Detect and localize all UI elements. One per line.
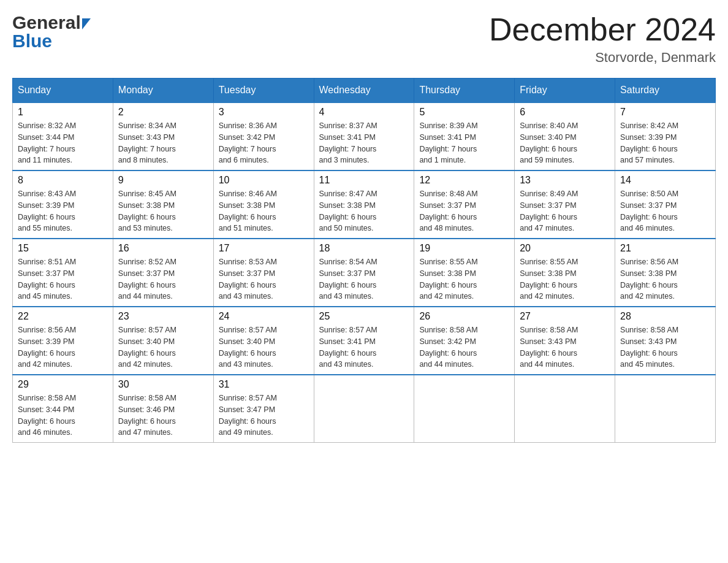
day-info: Sunrise: 8:49 AMSunset: 3:37 PMDaylight:… <box>520 188 610 234</box>
week-row-5: 29 Sunrise: 8:58 AMSunset: 3:44 PMDaylig… <box>13 375 716 443</box>
day-info: Sunrise: 8:36 AMSunset: 3:42 PMDaylight:… <box>219 120 309 166</box>
table-row: 12 Sunrise: 8:48 AMSunset: 3:37 PMDaylig… <box>414 170 515 239</box>
day-number: 31 <box>219 379 309 390</box>
day-info: Sunrise: 8:37 AMSunset: 3:41 PMDaylight:… <box>319 120 409 166</box>
table-row <box>615 375 716 443</box>
calendar-table: Sunday Monday Tuesday Wednesday Thursday… <box>12 78 716 443</box>
day-info: Sunrise: 8:55 AMSunset: 3:38 PMDaylight:… <box>419 256 509 302</box>
day-number: 16 <box>118 243 208 254</box>
table-row: 29 Sunrise: 8:58 AMSunset: 3:44 PMDaylig… <box>13 375 113 443</box>
day-info: Sunrise: 8:43 AMSunset: 3:39 PMDaylight:… <box>18 188 108 234</box>
week-row-2: 8 Sunrise: 8:43 AMSunset: 3:39 PMDayligh… <box>13 170 716 239</box>
day-info: Sunrise: 8:58 AMSunset: 3:43 PMDaylight:… <box>520 324 610 370</box>
table-row: 19 Sunrise: 8:55 AMSunset: 3:38 PMDaylig… <box>414 239 515 307</box>
day-info: Sunrise: 8:34 AMSunset: 3:43 PMDaylight:… <box>118 120 208 166</box>
day-info: Sunrise: 8:39 AMSunset: 3:41 PMDaylight:… <box>419 120 509 166</box>
day-number: 19 <box>419 243 509 254</box>
day-number: 5 <box>419 107 509 118</box>
table-row <box>314 375 414 443</box>
logo-blue-text: Blue <box>12 31 52 52</box>
day-info: Sunrise: 8:47 AMSunset: 3:38 PMDaylight:… <box>319 188 409 234</box>
table-row: 21 Sunrise: 8:56 AMSunset: 3:38 PMDaylig… <box>615 239 716 307</box>
day-info: Sunrise: 8:51 AMSunset: 3:37 PMDaylight:… <box>18 256 108 302</box>
day-number: 29 <box>18 379 108 390</box>
day-number: 21 <box>620 243 710 254</box>
table-row: 20 Sunrise: 8:55 AMSunset: 3:38 PMDaylig… <box>515 239 615 307</box>
day-info: Sunrise: 8:58 AMSunset: 3:44 PMDaylight:… <box>18 393 108 439</box>
day-number: 26 <box>419 311 509 322</box>
day-info: Sunrise: 8:58 AMSunset: 3:46 PMDaylight:… <box>118 393 208 439</box>
title-area: December 2024 Storvorde, Denmark <box>489 12 716 66</box>
table-row: 6 Sunrise: 8:40 AMSunset: 3:40 PMDayligh… <box>515 102 615 170</box>
day-number: 4 <box>319 107 409 118</box>
day-number: 8 <box>18 175 108 186</box>
table-row <box>515 375 615 443</box>
table-row: 7 Sunrise: 8:42 AMSunset: 3:39 PMDayligh… <box>615 102 716 170</box>
day-info: Sunrise: 8:57 AMSunset: 3:40 PMDaylight:… <box>118 324 208 370</box>
table-row: 25 Sunrise: 8:57 AMSunset: 3:41 PMDaylig… <box>314 307 414 375</box>
col-thursday: Thursday <box>414 79 515 103</box>
table-row: 4 Sunrise: 8:37 AMSunset: 3:41 PMDayligh… <box>314 102 414 170</box>
day-info: Sunrise: 8:48 AMSunset: 3:37 PMDaylight:… <box>419 188 509 234</box>
day-info: Sunrise: 8:46 AMSunset: 3:38 PMDaylight:… <box>219 188 309 234</box>
day-number: 6 <box>520 107 610 118</box>
day-number: 15 <box>18 243 108 254</box>
table-row: 14 Sunrise: 8:50 AMSunset: 3:37 PMDaylig… <box>615 170 716 239</box>
day-info: Sunrise: 8:45 AMSunset: 3:38 PMDaylight:… <box>118 188 208 234</box>
table-row: 18 Sunrise: 8:54 AMSunset: 3:37 PMDaylig… <box>314 239 414 307</box>
day-number: 7 <box>620 107 710 118</box>
week-row-1: 1 Sunrise: 8:32 AMSunset: 3:44 PMDayligh… <box>13 102 716 170</box>
day-info: Sunrise: 8:53 AMSunset: 3:37 PMDaylight:… <box>219 256 309 302</box>
table-row: 8 Sunrise: 8:43 AMSunset: 3:39 PMDayligh… <box>13 170 113 239</box>
day-number: 20 <box>520 243 610 254</box>
day-info: Sunrise: 8:57 AMSunset: 3:47 PMDaylight:… <box>219 393 309 439</box>
col-sunday: Sunday <box>13 79 113 103</box>
day-info: Sunrise: 8:55 AMSunset: 3:38 PMDaylight:… <box>520 256 610 302</box>
day-number: 30 <box>118 379 208 390</box>
day-number: 13 <box>520 175 610 186</box>
col-tuesday: Tuesday <box>213 79 314 103</box>
day-number: 22 <box>18 311 108 322</box>
week-row-3: 15 Sunrise: 8:51 AMSunset: 3:37 PMDaylig… <box>13 239 716 307</box>
table-row: 15 Sunrise: 8:51 AMSunset: 3:37 PMDaylig… <box>13 239 113 307</box>
day-number: 3 <box>219 107 309 118</box>
day-number: 10 <box>219 175 309 186</box>
day-number: 28 <box>620 311 710 322</box>
table-row: 30 Sunrise: 8:58 AMSunset: 3:46 PMDaylig… <box>113 375 213 443</box>
day-info: Sunrise: 8:40 AMSunset: 3:40 PMDaylight:… <box>520 120 610 166</box>
day-number: 9 <box>118 175 208 186</box>
table-row: 24 Sunrise: 8:57 AMSunset: 3:40 PMDaylig… <box>213 307 314 375</box>
day-info: Sunrise: 8:50 AMSunset: 3:37 PMDaylight:… <box>620 188 710 234</box>
logo: General Blue <box>12 12 91 52</box>
col-wednesday: Wednesday <box>314 79 414 103</box>
day-number: 17 <box>219 243 309 254</box>
week-row-4: 22 Sunrise: 8:56 AMSunset: 3:39 PMDaylig… <box>13 307 716 375</box>
day-number: 23 <box>118 311 208 322</box>
table-row: 9 Sunrise: 8:45 AMSunset: 3:38 PMDayligh… <box>113 170 213 239</box>
table-row: 17 Sunrise: 8:53 AMSunset: 3:37 PMDaylig… <box>213 239 314 307</box>
table-row: 2 Sunrise: 8:34 AMSunset: 3:43 PMDayligh… <box>113 102 213 170</box>
month-title: December 2024 <box>489 12 716 47</box>
table-row: 31 Sunrise: 8:57 AMSunset: 3:47 PMDaylig… <box>213 375 314 443</box>
table-row: 13 Sunrise: 8:49 AMSunset: 3:37 PMDaylig… <box>515 170 615 239</box>
day-info: Sunrise: 8:57 AMSunset: 3:40 PMDaylight:… <box>219 324 309 370</box>
table-row: 23 Sunrise: 8:57 AMSunset: 3:40 PMDaylig… <box>113 307 213 375</box>
table-row: 22 Sunrise: 8:56 AMSunset: 3:39 PMDaylig… <box>13 307 113 375</box>
table-row: 28 Sunrise: 8:58 AMSunset: 3:43 PMDaylig… <box>615 307 716 375</box>
day-number: 11 <box>319 175 409 186</box>
day-info: Sunrise: 8:57 AMSunset: 3:41 PMDaylight:… <box>319 324 409 370</box>
day-info: Sunrise: 8:56 AMSunset: 3:39 PMDaylight:… <box>18 324 108 370</box>
day-info: Sunrise: 8:32 AMSunset: 3:44 PMDaylight:… <box>18 120 108 166</box>
day-info: Sunrise: 8:54 AMSunset: 3:37 PMDaylight:… <box>319 256 409 302</box>
day-number: 12 <box>419 175 509 186</box>
table-row: 26 Sunrise: 8:58 AMSunset: 3:42 PMDaylig… <box>414 307 515 375</box>
day-number: 24 <box>219 311 309 322</box>
table-row: 3 Sunrise: 8:36 AMSunset: 3:42 PMDayligh… <box>213 102 314 170</box>
day-number: 27 <box>520 311 610 322</box>
table-row: 27 Sunrise: 8:58 AMSunset: 3:43 PMDaylig… <box>515 307 615 375</box>
day-number: 2 <box>118 107 208 118</box>
table-row: 11 Sunrise: 8:47 AMSunset: 3:38 PMDaylig… <box>314 170 414 239</box>
day-info: Sunrise: 8:56 AMSunset: 3:38 PMDaylight:… <box>620 256 710 302</box>
day-number: 25 <box>319 311 409 322</box>
day-info: Sunrise: 8:58 AMSunset: 3:42 PMDaylight:… <box>419 324 509 370</box>
